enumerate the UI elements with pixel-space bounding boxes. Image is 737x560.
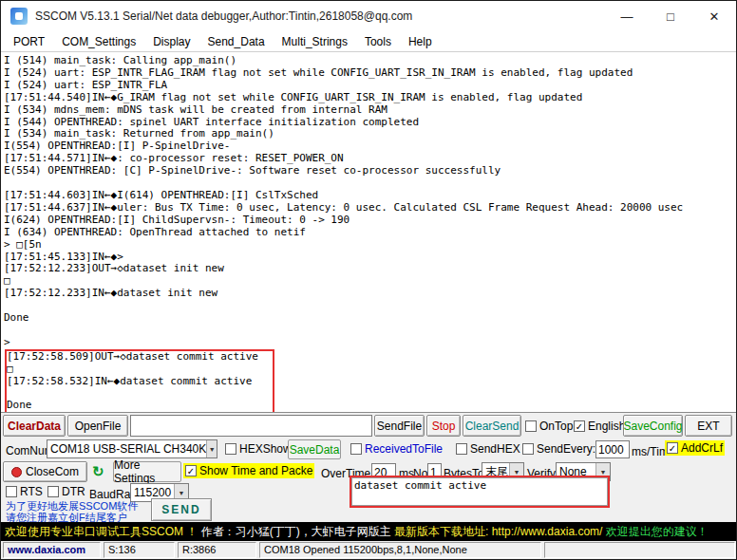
menu-item-tools[interactable]: Tools bbox=[356, 35, 400, 48]
title-bar: SSCOM V5.13.1 Serial/Net data debugger,A… bbox=[1, 1, 736, 31]
menu-bar: PORT COM_Settings Display Send_Data Mult… bbox=[1, 31, 736, 52]
send-every-label: SendEvery: bbox=[537, 442, 595, 456]
terminal-output[interactable]: I (514) main_task: Calling app_main() I … bbox=[4, 55, 736, 349]
baud-rate-value: 115200 bbox=[134, 486, 171, 499]
received-to-file-checkbox-box[interactable] bbox=[350, 443, 362, 455]
send-file-button[interactable]: SendFile bbox=[374, 415, 425, 437]
show-time-label: Show Time and Packe bbox=[199, 464, 312, 477]
send-hex-label: SendHEX bbox=[470, 442, 520, 456]
chevron-down-icon[interactable]: ▼ bbox=[206, 440, 217, 457]
banner-download-text: 最新版本下载地址: http://www.daxia.com/ bbox=[394, 525, 606, 538]
ext-button[interactable]: EXT bbox=[685, 415, 732, 437]
status-extra bbox=[544, 542, 735, 558]
dtr-checkbox-box[interactable] bbox=[47, 486, 59, 497]
received-to-file-label: ReceivedToFile bbox=[365, 442, 443, 456]
send-hex-checkbox-box[interactable] bbox=[456, 443, 467, 455]
on-top-checkbox-box[interactable] bbox=[525, 420, 537, 432]
add-crlf-checkbox-box[interactable]: ✓ bbox=[667, 442, 678, 454]
save-data-button[interactable]: SaveData bbox=[288, 439, 341, 459]
menu-item-port[interactable]: PORT bbox=[5, 35, 53, 48]
com-port-select[interactable]: COM18 USB-SERIAL CH340K ▼ bbox=[47, 439, 217, 458]
save-config-button[interactable]: SaveConfig bbox=[623, 415, 683, 437]
window-title: SSCOM V5.13.1 Serial/Net data debugger,A… bbox=[35, 9, 412, 23]
menu-item-help[interactable]: Help bbox=[400, 35, 441, 48]
english-checkbox[interactable]: ✓ English bbox=[574, 420, 625, 433]
app-icon bbox=[10, 8, 28, 25]
rts-checkbox[interactable]: RTS bbox=[6, 485, 43, 498]
hex-show-label: HEXShow bbox=[239, 442, 292, 456]
caption-buttons: — □ ✕ bbox=[605, 1, 736, 31]
terminal-area[interactable]: I (514) main_task: Calling app_main() I … bbox=[1, 52, 736, 413]
status-received-count: R:3866 bbox=[178, 542, 256, 558]
on-top-label: OnTop bbox=[539, 420, 573, 433]
promo-link[interactable]: 为了更好地发展SSCOM软件 请您注册嘉立创F结尾客户 bbox=[6, 500, 138, 523]
app-window: SSCOM V5.13.1 Serial/Net data debugger,A… bbox=[0, 0, 737, 560]
send-text-annotation-box: dataset commit active bbox=[350, 476, 610, 508]
send-button[interactable]: SEND bbox=[151, 498, 212, 521]
rts-checkbox-box[interactable] bbox=[6, 486, 17, 497]
file-path-input[interactable] bbox=[130, 415, 372, 437]
show-time-checkbox-box[interactable]: ✓ bbox=[185, 465, 197, 476]
clear-data-button[interactable]: ClearData bbox=[3, 415, 66, 437]
menu-item-com-settings[interactable]: COM_Settings bbox=[53, 35, 144, 48]
promo-line1[interactable]: 为了更好地发展SSCOM软件 bbox=[6, 500, 138, 512]
status-website: www.daxia.com bbox=[3, 542, 101, 558]
english-label: English bbox=[588, 420, 625, 433]
com-port-value: COM18 USB-SERIAL CH340K bbox=[50, 442, 206, 456]
english-checkbox-box[interactable]: ✓ bbox=[574, 420, 585, 432]
show-time-checkbox[interactable]: ✓ Show Time and Packe bbox=[183, 463, 314, 478]
rts-label: RTS bbox=[20, 485, 43, 498]
dtr-label: DTR bbox=[62, 485, 85, 498]
hex-show-checkbox[interactable]: HEXShow bbox=[225, 442, 292, 456]
clear-send-button[interactable]: ClearSend bbox=[463, 415, 521, 437]
send-interval-input[interactable] bbox=[595, 440, 630, 458]
menu-item-send-data[interactable]: Send_Data bbox=[199, 35, 274, 48]
open-file-button[interactable]: OpenFile bbox=[67, 415, 128, 437]
send-every-checkbox-box[interactable] bbox=[522, 443, 534, 455]
send-every-checkbox[interactable]: SendEvery: bbox=[522, 442, 595, 456]
banner-author-text: 作者：习小猛(丁丁)，大虾电子网版主 bbox=[198, 525, 394, 538]
send-text-input[interactable]: dataset commit active bbox=[351, 477, 608, 506]
close-com-button[interactable]: CloseCom bbox=[3, 461, 87, 482]
add-crlf-checkbox[interactable]: ✓ AddCrLf bbox=[665, 440, 725, 456]
menu-item-display[interactable]: Display bbox=[144, 35, 198, 48]
on-top-checkbox[interactable]: OnTop bbox=[525, 420, 573, 433]
terminal-output-highlighted[interactable]: [17:52:58.509]OUT→◇dataset commit active… bbox=[7, 351, 273, 413]
refresh-ports-icon[interactable]: ↻ bbox=[92, 461, 104, 482]
interval-unit-label: ms/Tim bbox=[632, 442, 669, 461]
dtr-checkbox[interactable]: DTR bbox=[47, 485, 85, 498]
more-settings-button[interactable]: More Settings bbox=[113, 461, 181, 482]
banner-suggest-text: 欢迎提出您的建议！ bbox=[606, 525, 709, 538]
send-hex-checkbox[interactable]: SendHEX bbox=[456, 442, 520, 456]
status-com-state: COM18 Opened 115200bps,8,1,None,None bbox=[259, 542, 541, 558]
banner-welcome-text: 欢迎使用专业串口调试工具SSCOM ！ bbox=[5, 525, 198, 538]
stop-button[interactable]: Stop bbox=[426, 415, 461, 437]
annotation-box: [17:52:58.509]OUT→◇dataset commit active… bbox=[5, 349, 274, 413]
promo-line2[interactable]: 请您注册嘉立创F结尾客户 bbox=[6, 512, 138, 523]
received-to-file-checkbox[interactable]: ReceivedToFile bbox=[350, 442, 443, 456]
close-button[interactable]: ✕ bbox=[692, 1, 736, 31]
minimize-button[interactable]: — bbox=[605, 1, 649, 31]
maximize-button[interactable]: □ bbox=[649, 1, 692, 31]
status-bar: www.daxia.com S:136 R:3866 COM18 Opened … bbox=[1, 541, 736, 559]
close-com-label: CloseCom bbox=[26, 465, 79, 478]
add-crlf-label: AddCrLf bbox=[681, 441, 723, 455]
info-banner: 欢迎使用专业串口调试工具SSCOM ！ 作者：习小猛(丁丁)，大虾电子网版主 最… bbox=[1, 522, 736, 541]
hex-show-checkbox-box[interactable] bbox=[225, 443, 236, 455]
status-sent-count: S:136 bbox=[104, 542, 175, 558]
com-open-status-icon bbox=[11, 467, 22, 477]
control-panel: ClearData OpenFile SendFile Stop ClearSe… bbox=[1, 413, 736, 522]
menu-item-multi-strings[interactable]: Multi_Strings bbox=[274, 35, 356, 48]
